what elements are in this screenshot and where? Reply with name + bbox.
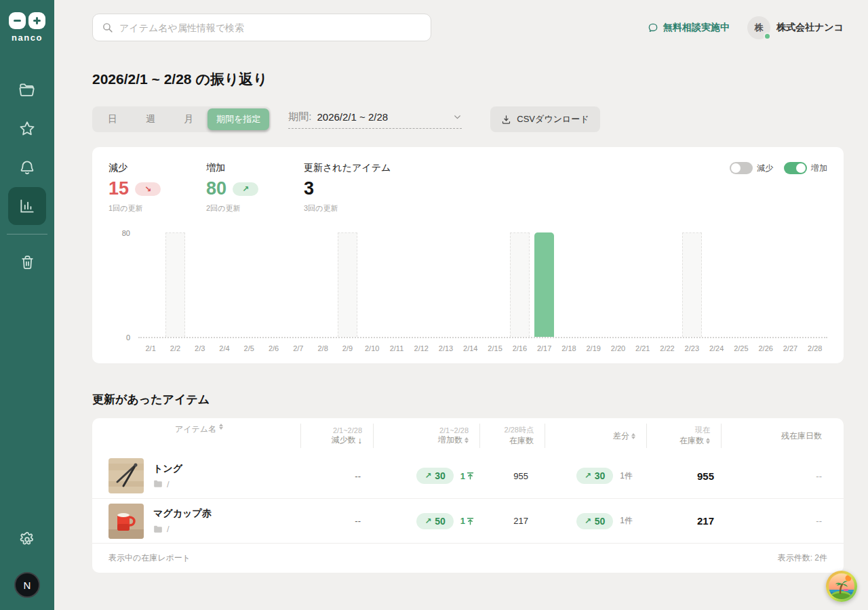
toggle-decrease[interactable]: 減少 — [730, 162, 773, 174]
days-left-value: -- — [721, 516, 844, 526]
item-name[interactable]: トング — [153, 463, 182, 475]
item-name[interactable]: マグカップ赤 — [153, 508, 212, 520]
chart-x-label: 2/8 — [311, 344, 335, 352]
chart-bar[interactable] — [534, 232, 554, 337]
app-logo[interactable]: nanco — [9, 12, 45, 43]
chart-x-label: 2/10 — [360, 344, 384, 352]
stat-updated-label: 更新されたアイテム — [304, 162, 391, 174]
stock-end-value: 217 — [479, 516, 545, 526]
search-bar[interactable] — [92, 14, 431, 41]
account-menu[interactable]: 株 株式会社ナンコ — [747, 16, 844, 39]
arrow-up-to-line-icon — [467, 472, 474, 480]
bar-chart: 80 0 2/12/22/32/42/52/62/72/82/92/102/11… — [108, 232, 827, 352]
toggle-decrease-switch[interactable] — [730, 162, 753, 174]
chart-x-label: 2/3 — [188, 344, 212, 352]
chart-column — [212, 232, 237, 337]
top-bar: 無料相談実施中 株 株式会社ナンコ — [92, 14, 844, 41]
toggle-increase[interactable]: 増加 — [784, 162, 827, 174]
chart-x-label: 2/15 — [483, 344, 507, 352]
company-avatar: 株 — [747, 16, 770, 39]
chart-column — [433, 232, 458, 337]
items-table: アイテム名 2/1~2/28 減少数↓ 2/1~2/28 増加数 2/28時点 … — [92, 418, 844, 573]
user-avatar[interactable]: N — [14, 572, 40, 598]
column-header-stock-end: 2/28時点 在庫数 — [479, 424, 545, 448]
sort-icon — [219, 424, 223, 430]
chart-column — [507, 232, 532, 337]
free-consultation-link[interactable]: 無料相談実施中 — [648, 22, 730, 34]
chart-x-label: 2/27 — [778, 344, 802, 352]
plus-icon — [28, 12, 45, 29]
column-header-diff[interactable]: 差分 — [545, 424, 646, 448]
sidebar-item-reports[interactable] — [8, 187, 46, 225]
chart-column — [138, 232, 163, 337]
chart-plot-area — [138, 232, 827, 338]
diff-badge: ↗30 — [576, 468, 614, 484]
bell-icon — [18, 159, 36, 176]
controls-row: 日 週 月 期間を指定 期間: 2026/2/1 ~ 2/28 CSVダウンロー… — [92, 106, 844, 132]
stock-end-value: 955 — [479, 471, 545, 481]
column-header-decrease[interactable]: 2/1~2/28 減少数↓ — [300, 424, 373, 448]
arrow-up-to-line-icon — [467, 517, 474, 525]
folder-small-icon — [153, 480, 163, 488]
column-header-stock-now[interactable]: 現在 在庫数 — [646, 424, 721, 448]
tab-week[interactable]: 週 — [132, 113, 170, 125]
sort-icon — [465, 437, 469, 443]
chart-x-label: 2/2 — [163, 344, 187, 352]
table-row[interactable]: マグカップ赤 / -- ↗50 1 217 ↗50 1件 217 -- — [92, 498, 844, 543]
sidebar-item-settings[interactable] — [8, 521, 46, 558]
stat-decrease: 減少 15 ↘ 1回の更新 — [108, 162, 206, 214]
island-widget-button[interactable] — [826, 571, 857, 602]
chart-x-label: 2/5 — [237, 344, 261, 352]
chart-x-label: 2/23 — [679, 344, 704, 352]
stat-updated-items: 更新されたアイテム 3 3回の更新 — [304, 162, 391, 214]
chart-x-label: 2/13 — [433, 344, 458, 352]
chart-column — [655, 232, 679, 337]
free-consultation-label: 無料相談実施中 — [663, 22, 730, 34]
stat-updated-sub: 3回の更新 — [304, 203, 391, 214]
chart-x-label: 2/12 — [409, 344, 433, 352]
folder-icon — [18, 81, 36, 99]
tab-day[interactable]: 日 — [94, 113, 132, 125]
chart-column — [803, 232, 827, 337]
sidebar-item-notifications[interactable] — [8, 148, 46, 186]
column-header-increase[interactable]: 2/1~2/28 増加数 — [373, 424, 479, 448]
chart-x-label: 2/1 — [138, 344, 163, 352]
decrease-value: -- — [300, 471, 373, 481]
period-label: 期間: — [288, 110, 311, 123]
chevron-down-icon — [453, 113, 462, 121]
period-selector[interactable]: 期間: 2026/2/1 ~ 2/28 — [288, 110, 462, 129]
period-value: 2026/2/1 ~ 2/28 — [317, 111, 388, 123]
increase-cell: ↗30 1 — [373, 468, 479, 484]
bar-chart-icon — [18, 197, 36, 215]
column-header-item-name[interactable]: アイテム名 — [92, 424, 300, 448]
chart-x-label: 2/7 — [286, 344, 311, 352]
sidebar-divider — [7, 234, 47, 235]
chart-column — [163, 232, 187, 337]
stat-increase: 増加 80 ↗ 2回の更新 — [206, 162, 304, 214]
stat-updated-value: 3 — [304, 180, 314, 198]
chart-x-label: 2/28 — [803, 344, 827, 352]
table-header-row: アイテム名 2/1~2/28 減少数↓ 2/1~2/28 増加数 2/28時点 … — [92, 418, 844, 453]
chart-column — [679, 232, 704, 337]
chart-ghost-bar — [682, 232, 702, 337]
chart-x-label: 2/11 — [384, 344, 409, 352]
chart-column — [311, 232, 335, 337]
sidebar-item-trash[interactable] — [8, 243, 46, 281]
chart-x-label: 2/22 — [655, 344, 679, 352]
tab-month[interactable]: 月 — [170, 113, 208, 125]
sidebar-item-folders[interactable] — [8, 71, 46, 109]
logo-icon — [9, 12, 45, 29]
tab-custom-period[interactable]: 期間を指定 — [208, 108, 269, 130]
stat-increase-value: 80 — [206, 180, 226, 198]
chart-column — [704, 232, 728, 337]
stock-now-value: 217 — [646, 515, 721, 527]
toggle-increase-switch[interactable] — [784, 162, 807, 174]
search-input[interactable] — [119, 22, 422, 33]
sidebar-item-favorites[interactable] — [8, 110, 46, 148]
chart-x-label: 2/16 — [507, 344, 532, 352]
toggle-decrease-label: 減少 — [757, 163, 773, 174]
csv-download-button[interactable]: CSVダウンロード — [490, 106, 599, 132]
table-row[interactable]: トング / -- ↗30 1 955 ↗30 1件 955 -- — [92, 453, 844, 498]
diff-count: 1件 — [620, 470, 633, 482]
stat-decrease-label: 減少 — [108, 162, 206, 174]
